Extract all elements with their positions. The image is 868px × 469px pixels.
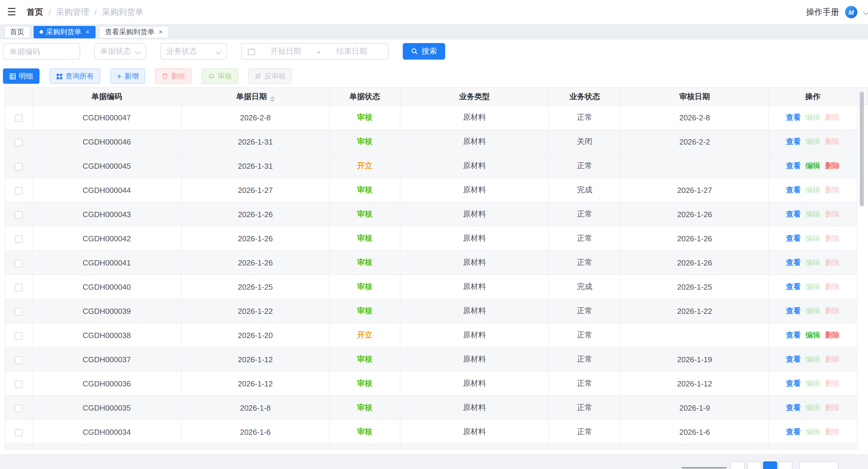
col-header-doc-date[interactable]: 单据日期 — [181, 88, 329, 105]
row-checkbox[interactable] — [15, 404, 22, 412]
delete-link[interactable]: 删除 — [825, 162, 840, 170]
delete-link[interactable]: 删除 — [825, 331, 840, 339]
date-range-picker[interactable]: 开始日期 - 结束日期 — [241, 43, 389, 60]
delete-link[interactable]: 删除 — [825, 258, 840, 266]
view-link[interactable]: 查看 — [786, 185, 801, 194]
row-checkbox[interactable] — [15, 114, 22, 122]
breadcrumb-home[interactable]: 首页 — [27, 7, 43, 18]
cell-code: CGDH000037 — [32, 347, 181, 371]
chevron-down-icon[interactable] — [863, 9, 868, 15]
edit-link[interactable]: 编辑 — [805, 403, 820, 411]
cell-date: 2026-1-26 — [181, 251, 329, 274]
delete-link[interactable]: 删除 — [825, 210, 840, 218]
menu-toggle-icon[interactable]: ☰ — [7, 7, 16, 17]
edit-link[interactable]: 编辑 — [805, 379, 820, 387]
row-checkbox[interactable] — [15, 235, 22, 243]
row-checkbox[interactable] — [15, 332, 22, 340]
tab-home[interactable]: 首页 — [4, 26, 30, 38]
view-link[interactable]: 查看 — [786, 355, 801, 363]
add-button[interactable]: + 新增 — [110, 68, 145, 84]
delete-link[interactable]: 删除 — [825, 185, 840, 194]
breadcrumb-separator: / — [49, 7, 51, 17]
view-link[interactable]: 查看 — [786, 403, 801, 411]
view-link[interactable]: 查看 — [786, 210, 801, 218]
table-container: 单据编码 单据日期 单据状态 业务类型 业务状态 审核日期 操作 CGDH000… — [5, 87, 868, 449]
delete-link[interactable]: 删除 — [825, 282, 840, 291]
breadcrumb-separator: / — [94, 7, 97, 17]
audit-button[interactable]: 审核 — [202, 68, 238, 84]
cell-status: 审核 — [329, 371, 400, 395]
cell-biz-type: 原材料 — [400, 274, 549, 299]
page-next-button[interactable] — [778, 461, 793, 469]
edit-link[interactable]: 编辑 — [805, 282, 820, 291]
row-checkbox[interactable] — [15, 259, 22, 267]
edit-link[interactable]: 编辑 — [805, 137, 820, 145]
delete-link[interactable]: 删除 — [825, 113, 840, 121]
view-link[interactable]: 查看 — [786, 379, 801, 387]
sort-icon[interactable] — [270, 96, 275, 102]
view-link[interactable]: 查看 — [786, 137, 801, 145]
cell-biz-type: 原材料 — [400, 323, 549, 347]
view-link[interactable]: 查看 — [786, 428, 801, 436]
view-link[interactable]: 查看 — [786, 331, 801, 339]
edit-link[interactable]: 编辑 — [805, 428, 820, 436]
page-size-select[interactable] — [799, 461, 838, 469]
search-button[interactable]: 搜索 — [403, 43, 445, 60]
cell-audit-date: 2026-1-26 — [621, 202, 769, 226]
edit-link[interactable]: 编辑 — [805, 258, 820, 266]
tab-view-purchase-arrival[interactable]: 查看采购到货单 × — [99, 26, 168, 38]
row-checkbox[interactable] — [15, 163, 22, 170]
edit-link[interactable]: 编辑 — [805, 210, 820, 218]
edit-link[interactable]: 编辑 — [805, 306, 820, 315]
edit-link[interactable]: 编辑 — [805, 162, 820, 170]
delete-link[interactable]: 删除 — [825, 355, 840, 363]
vertical-scrollbar[interactable] — [860, 91, 864, 206]
tab-purchase-arrival[interactable]: 采购到货单 × — [34, 26, 96, 38]
view-link[interactable]: 查看 — [786, 162, 801, 170]
tab-bar: 首页 采购到货单 × 查看采购到货单 × — [0, 24, 868, 39]
view-link[interactable]: 查看 — [786, 258, 801, 266]
row-checkbox[interactable] — [15, 429, 22, 436]
delete-link[interactable]: 删除 — [825, 306, 840, 315]
edit-link[interactable]: 编辑 — [805, 234, 820, 242]
detail-button[interactable]: 明细 — [3, 68, 39, 84]
delete-button[interactable]: 删除 — [155, 68, 192, 84]
doc-code-input[interactable] — [3, 43, 80, 60]
row-checkbox[interactable] — [15, 138, 22, 146]
row-checkbox[interactable] — [15, 187, 22, 195]
manual-link[interactable]: 操作手册 — [806, 7, 839, 18]
cell-date: 2026-2-8 — [181, 105, 329, 129]
checkbox-cell — [5, 420, 32, 444]
view-link[interactable]: 查看 — [786, 282, 801, 291]
cell-code: CGDH000038 — [32, 323, 181, 347]
page-button[interactable] — [747, 461, 761, 469]
row-checkbox[interactable] — [15, 356, 22, 364]
edit-link[interactable]: 编辑 — [805, 113, 820, 121]
doc-status-select[interactable]: 单据状态 — [94, 43, 146, 60]
delete-link[interactable]: 删除 — [825, 428, 840, 436]
unaudit-button[interactable]: 反审核 — [248, 68, 292, 84]
delete-link[interactable]: 删除 — [825, 379, 840, 387]
view-link[interactable]: 查看 — [786, 234, 801, 242]
row-checkbox[interactable] — [15, 284, 22, 291]
view-link[interactable]: 查看 — [786, 113, 801, 121]
close-icon[interactable]: × — [86, 28, 90, 35]
row-checkbox[interactable] — [15, 307, 22, 315]
breadcrumb-purchase-mgmt[interactable]: 采购管理 — [56, 7, 89, 18]
page-button-active[interactable] — [763, 461, 777, 469]
row-checkbox[interactable] — [15, 211, 22, 218]
page-prev-button[interactable] — [731, 461, 745, 469]
chevron-down-icon — [216, 49, 221, 54]
row-checkbox[interactable] — [15, 380, 22, 388]
delete-link[interactable]: 删除 — [825, 403, 840, 411]
biz-status-select[interactable]: 业务状态 — [160, 43, 227, 60]
edit-link[interactable]: 编辑 — [805, 331, 820, 339]
close-icon[interactable]: × — [159, 28, 163, 35]
edit-link[interactable]: 编辑 — [805, 185, 820, 194]
delete-link[interactable]: 删除 — [825, 137, 840, 145]
user-avatar[interactable]: M — [845, 6, 857, 18]
edit-link[interactable]: 编辑 — [805, 355, 820, 363]
delete-link[interactable]: 删除 — [825, 234, 840, 242]
view-link[interactable]: 查看 — [786, 306, 801, 315]
query-all-button[interactable]: 查询所有 — [50, 68, 100, 84]
